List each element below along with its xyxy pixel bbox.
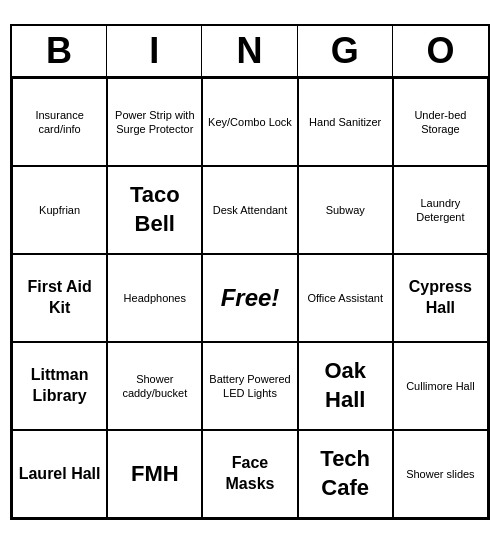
bingo-grid: Insurance card/infoPower Strip with Surg…	[12, 78, 488, 518]
bingo-cell: Laundry Detergent	[393, 166, 488, 254]
header-letter: O	[393, 26, 488, 76]
bingo-cell: First Aid Kit	[12, 254, 107, 342]
bingo-cell: Face Masks	[202, 430, 297, 518]
bingo-cell: Office Assistant	[298, 254, 393, 342]
bingo-cell: Power Strip with Surge Protector	[107, 78, 202, 166]
bingo-cell: Oak Hall	[298, 342, 393, 430]
bingo-cell: Under-bed Storage	[393, 78, 488, 166]
bingo-cell: Cypress Hall	[393, 254, 488, 342]
bingo-header: BINGO	[12, 26, 488, 78]
bingo-cell: Hand Sanitizer	[298, 78, 393, 166]
header-letter: N	[202, 26, 297, 76]
bingo-cell: Free!	[202, 254, 297, 342]
bingo-cell: Littman Library	[12, 342, 107, 430]
bingo-cell: Taco Bell	[107, 166, 202, 254]
bingo-cell: Kupfrian	[12, 166, 107, 254]
bingo-cell: Battery Powered LED Lights	[202, 342, 297, 430]
header-letter: I	[107, 26, 202, 76]
bingo-cell: Insurance card/info	[12, 78, 107, 166]
header-letter: B	[12, 26, 107, 76]
header-letter: G	[298, 26, 393, 76]
bingo-cell: Tech Cafe	[298, 430, 393, 518]
bingo-cell: Shower caddy/bucket	[107, 342, 202, 430]
bingo-cell: Shower slides	[393, 430, 488, 518]
bingo-cell: Cullimore Hall	[393, 342, 488, 430]
bingo-cell: Laurel Hall	[12, 430, 107, 518]
bingo-card: BINGO Insurance card/infoPower Strip wit…	[10, 24, 490, 520]
bingo-cell: Key/Combo Lock	[202, 78, 297, 166]
bingo-cell: Headphones	[107, 254, 202, 342]
bingo-cell: Desk Attendant	[202, 166, 297, 254]
bingo-cell: FMH	[107, 430, 202, 518]
bingo-cell: Subway	[298, 166, 393, 254]
